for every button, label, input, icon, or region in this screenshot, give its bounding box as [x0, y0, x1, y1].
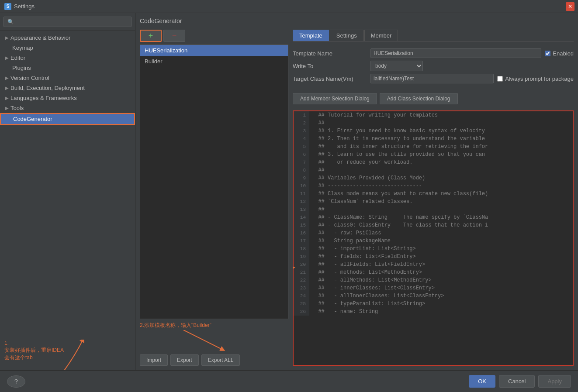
- line-number: 25: [294, 300, 309, 308]
- enabled-checkbox[interactable]: [545, 51, 550, 56]
- code-line: 18 ## - importList: List<String>: [294, 245, 573, 253]
- line-number: 14: [294, 213, 309, 221]
- code-line: 24 ## - allInnerClasses: List<ClassEntry…: [294, 292, 573, 300]
- code-line: 26 ## - name: String: [294, 308, 573, 316]
- line-content: ## Class mode means you want to create n…: [309, 190, 488, 198]
- write-to-label: Write To: [293, 63, 367, 69]
- apply-button[interactable]: Apply: [538, 375, 571, 388]
- dialog-buttons-row: Add Member Selection Dialog Add Class Se…: [293, 93, 574, 104]
- footer: ? OK Cancel Apply: [0, 370, 578, 392]
- tab-settings[interactable]: Settings: [330, 30, 363, 41]
- always-prompt-checkbox[interactable]: [497, 76, 503, 82]
- ok-button[interactable]: OK: [469, 375, 495, 388]
- write-to-select[interactable]: body file separate: [370, 61, 423, 71]
- sidebar-item-tools[interactable]: ▶ Tools: [0, 103, 135, 113]
- line-number: 8: [294, 166, 309, 174]
- export-button[interactable]: Export: [170, 354, 199, 366]
- code-line: 1 ## Tutorial for writing your templates: [294, 111, 573, 119]
- code-line: 13 ##: [294, 206, 573, 213]
- line-number: 3: [294, 127, 309, 135]
- line-content: ## - ClassName: String The name spcify b…: [309, 213, 488, 221]
- line-content: ##: [309, 206, 325, 213]
- sidebar-nav: ▶ Appearance & Behavior Keymap ▶ Editor …: [0, 31, 135, 370]
- export-all-button[interactable]: Export ALL: [201, 354, 240, 366]
- sidebar-item-keymap[interactable]: Keymap: [0, 43, 135, 53]
- add-member-dialog-button[interactable]: Add Member Selection Dialog: [293, 93, 377, 104]
- line-content: ## 2. Then it is necessary to understand…: [309, 135, 485, 143]
- line-content: ## - allFields: List<FieldEntry>: [309, 261, 425, 268]
- code-editor[interactable]: 1 ## Tutorial for writing your templates…: [293, 110, 574, 366]
- annotation-arrow-3: [293, 261, 301, 274]
- close-button[interactable]: ✕: [566, 2, 575, 11]
- sidebar-item-label: Appearance & Behavior: [10, 34, 70, 41]
- help-button[interactable]: ?: [7, 375, 25, 388]
- code-line: 9 ## Variables Provided (Class Mode): [294, 174, 573, 182]
- sidebar-item-label: Keymap: [12, 45, 33, 51]
- line-number: 13: [294, 206, 309, 213]
- annotation-arrow-2: [140, 330, 227, 352]
- line-content: ## String packageName: [309, 237, 391, 245]
- titlebar: S Settings ✕: [0, 0, 578, 13]
- target-class-input[interactable]: [370, 74, 494, 83]
- code-line: 8 ##: [294, 166, 573, 174]
- sidebar-item-plugins[interactable]: Plugins: [0, 63, 135, 73]
- code-line: 10 ## ------------------------------: [294, 182, 573, 190]
- sidebar-item-label: CodeGenerator: [13, 116, 52, 122]
- line-content: ## 3. Learn to use the utils provided so…: [309, 151, 485, 158]
- line-number: 19: [294, 253, 309, 261]
- sidebar: ▶ Appearance & Behavior Keymap ▶ Editor …: [0, 13, 135, 370]
- search-input[interactable]: [3, 17, 132, 27]
- line-content: ## - name: String: [309, 308, 378, 316]
- template-item-builder[interactable]: Builder: [140, 56, 288, 67]
- sidebar-item-appearance[interactable]: ▶ Appearance & Behavior: [0, 33, 135, 43]
- template-item-hue[interactable]: HUESerialization: [140, 45, 288, 56]
- code-line: 2 ##: [294, 119, 573, 127]
- sidebar-item-codegenerator[interactable]: CodeGenerator: [0, 113, 135, 125]
- sidebar-item-build[interactable]: ▶ Build, Execution, Deployment: [0, 83, 135, 93]
- line-number: 17: [294, 237, 309, 245]
- code-editor-container: 3.添加模板内容 1 ## Tutorial for writing your …: [293, 110, 574, 366]
- target-class-label: Target Class Name(Vm): [293, 76, 367, 82]
- always-prompt-text: Always prompt for package: [505, 76, 574, 82]
- line-content: ## and its inner structure for retrievin…: [309, 143, 488, 151]
- add-template-button[interactable]: +: [140, 30, 162, 42]
- template-name-input[interactable]: [370, 48, 541, 58]
- sidebar-item-languages[interactable]: ▶ Languages & Frameworks: [0, 93, 135, 103]
- code-line: 4 ## 2. Then it is necessary to understa…: [294, 135, 573, 143]
- line-number: 23: [294, 284, 309, 292]
- sidebar-item-vcs[interactable]: ▶ Version Control: [0, 73, 135, 83]
- line-number: 26: [294, 308, 309, 316]
- line-content: ## or reduce your workload.: [309, 158, 412, 166]
- code-line: 3 ## 1. First you need to know basic syn…: [294, 127, 573, 135]
- footer-left: ?: [7, 375, 25, 388]
- line-content: ## - methods: List<MethodEntry>: [309, 268, 422, 276]
- sidebar-item-label: Build, Execution, Deployment: [10, 85, 85, 91]
- tab-member[interactable]: Member: [364, 30, 398, 41]
- line-number: 15: [294, 221, 309, 229]
- code-line: 17 ## String packageName: [294, 237, 573, 245]
- write-to-row: Write To body file separate: [293, 61, 574, 71]
- always-prompt-label[interactable]: Always prompt for package: [497, 76, 574, 82]
- line-content: ## 1. First you need to know basic synta…: [309, 127, 485, 135]
- import-button[interactable]: Import: [140, 354, 168, 366]
- enabled-label: Enabled: [553, 50, 574, 57]
- line-content: ## ------------------------------: [309, 182, 422, 190]
- line-number: 22: [294, 276, 309, 284]
- top-content: + − HUESerialization Builder 2.添加模板名称，输入…: [140, 30, 574, 366]
- code-line: 7 ## or reduce your workload.: [294, 158, 573, 166]
- tab-template[interactable]: Template: [293, 30, 329, 41]
- remove-template-button[interactable]: −: [163, 30, 185, 42]
- cancel-button[interactable]: Cancel: [499, 375, 535, 388]
- code-line: 15 ## - class0: ClassEntry The class tha…: [294, 221, 573, 229]
- line-number: 4: [294, 135, 309, 143]
- arrow-icon: ▶: [5, 96, 9, 100]
- enabled-checkbox-label[interactable]: Enabled: [545, 50, 574, 57]
- add-class-dialog-button[interactable]: Add Class Selection Dialog: [380, 93, 458, 104]
- search-box: [0, 13, 135, 31]
- code-line: 19 ## - fields: List<FieldEntry>: [294, 253, 573, 261]
- line-content: ##: [309, 119, 325, 127]
- code-line: 22 ## - allMethods: List<MethodEntry>: [294, 276, 573, 284]
- right-panel: Template Settings Member Template Name E…: [293, 30, 574, 366]
- sidebar-item-editor[interactable]: ▶ Editor: [0, 53, 135, 63]
- line-content: ## - allMethods: List<MethodEntry>: [309, 276, 432, 284]
